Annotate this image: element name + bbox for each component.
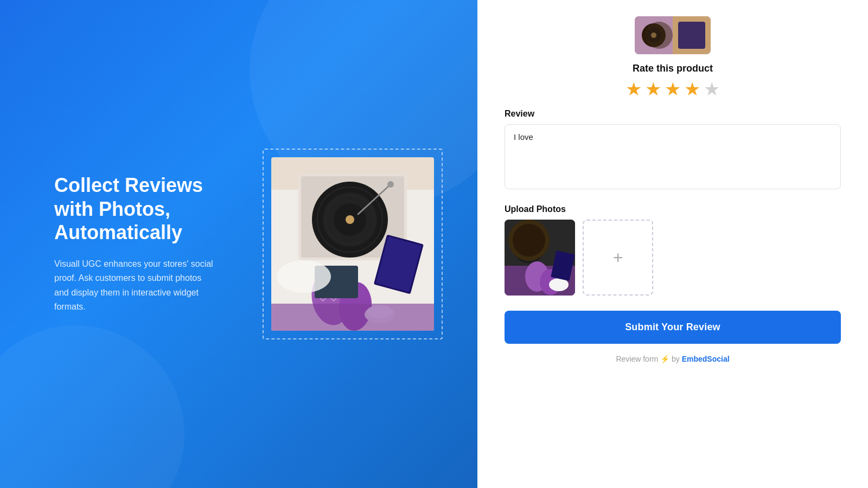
embedsocial-link[interactable]: EmbedSocial bbox=[682, 355, 730, 363]
main-description: Visuall UGC enhances your stores' social… bbox=[54, 257, 217, 314]
review-section: Review I love bbox=[505, 109, 841, 191]
star-rating[interactable]: ★ ★ ★ ★ ★ bbox=[505, 80, 841, 98]
review-textarea[interactable]: I love bbox=[505, 124, 841, 189]
svg-point-23 bbox=[642, 23, 666, 47]
svg-rect-19 bbox=[271, 304, 434, 331]
svg-point-20 bbox=[277, 260, 331, 293]
svg-point-25 bbox=[651, 33, 656, 38]
plus-icon: + bbox=[613, 249, 623, 266]
star-4[interactable]: ★ bbox=[684, 80, 700, 98]
star-2[interactable]: ★ bbox=[645, 80, 661, 98]
hero-image-wrapper bbox=[271, 157, 434, 331]
product-image-strip bbox=[505, 16, 841, 54]
product-thumbnail-svg bbox=[635, 16, 711, 54]
svg-point-29 bbox=[513, 230, 545, 263]
uploaded-photo-svg bbox=[505, 220, 575, 296]
footer-by-text: by bbox=[672, 355, 682, 363]
bolt-icon: ⚡ bbox=[660, 355, 669, 363]
star-1[interactable]: ★ bbox=[626, 80, 642, 98]
upload-section: Upload Photos bbox=[505, 204, 841, 296]
svg-point-31 bbox=[526, 243, 532, 250]
svg-point-30 bbox=[518, 236, 540, 258]
upload-label: Upload Photos bbox=[505, 204, 841, 214]
rate-title: Rate this product bbox=[505, 63, 841, 74]
form-footer: Review form ⚡ by EmbedSocial bbox=[505, 355, 841, 363]
uploaded-photo-image bbox=[505, 220, 575, 296]
footer-review-form-text: Review form bbox=[616, 355, 658, 363]
hero-photo-svg bbox=[271, 157, 434, 331]
right-panel: Rate this product ★ ★ ★ ★ ★ Review I lov… bbox=[477, 0, 868, 488]
upload-row: + bbox=[505, 220, 841, 296]
main-heading: Collect Reviews with Photos, Automatical… bbox=[54, 174, 217, 244]
product-thumbnail bbox=[635, 16, 711, 54]
uploaded-photo-1 bbox=[505, 220, 575, 296]
submit-review-button[interactable]: Submit Your Review bbox=[505, 311, 841, 344]
review-label: Review bbox=[505, 109, 841, 119]
svg-point-24 bbox=[646, 28, 661, 43]
svg-rect-27 bbox=[678, 22, 705, 49]
star-3[interactable]: ★ bbox=[665, 80, 681, 98]
rate-section: Rate this product ★ ★ ★ ★ ★ bbox=[505, 63, 841, 98]
left-text: Collect Reviews with Photos, Automatical… bbox=[54, 174, 239, 314]
hero-photo bbox=[271, 157, 434, 331]
add-photo-button[interactable]: + bbox=[583, 220, 653, 296]
star-5[interactable]: ★ bbox=[704, 80, 720, 98]
svg-point-11 bbox=[387, 181, 394, 188]
left-panel: Collect Reviews with Photos, Automatical… bbox=[0, 0, 477, 488]
svg-point-7 bbox=[346, 215, 354, 224]
svg-rect-22 bbox=[635, 16, 673, 54]
